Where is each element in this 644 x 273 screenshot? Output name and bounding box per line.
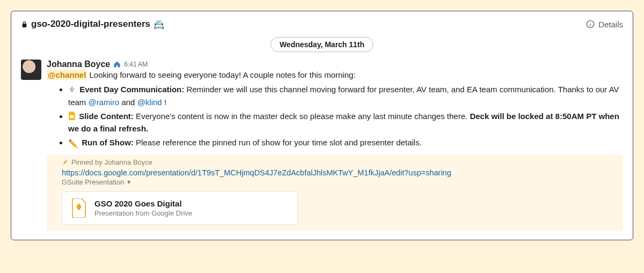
mention-klind[interactable]: @klind: [137, 98, 162, 107]
attachment-meta: GSO 2020 Goes Digital Presentation from …: [94, 199, 192, 217]
bullet1-mid: and: [121, 98, 137, 107]
drive-file-icon: [70, 197, 88, 219]
pinned-by-row: Pinned by Johanna Boyce: [62, 158, 618, 166]
message-first-line: @channel Looking forward to seeing every…: [47, 70, 623, 79]
bullet2-title: Slide Content:: [79, 112, 134, 121]
svg-rect-4: [72, 88, 75, 90]
bullet2-text-a: Everyone's content is now in the master …: [136, 112, 470, 121]
details-button[interactable]: Details: [586, 19, 623, 29]
channel-name: gso-2020-digital-presenters: [31, 19, 150, 29]
bullet3-title: Run of Show:: [82, 138, 134, 147]
google-slides-icon: [68, 112, 76, 123]
bullet3-text-a: Please reference the pinned run of show …: [136, 138, 422, 147]
bullet-event-day: Event Day Communication: Reminder we wil…: [68, 84, 623, 108]
date-divider-row: Wednesday, March 11th: [21, 37, 623, 52]
bullet-slide-content: Slide Content: Everyone's content is now…: [68, 110, 623, 135]
attachment-subtitle: Presentation from Google Drive: [94, 209, 192, 217]
message-body: Johanna Boyce 6:41 AM @channel Looking f…: [47, 60, 623, 231]
message-header: Johanna Boyce 6:41 AM: [47, 60, 623, 69]
attachment-source-label: GSuite Presentation: [62, 178, 124, 186]
slack-logo-icon: [68, 85, 76, 97]
attachment-card[interactable]: GSO 2020 Goes Digital Presentation from …: [62, 191, 298, 225]
channel-emoji-icon: 📇: [153, 19, 164, 29]
slack-message-pane: gso-2020-digital-presenters 📇 Details We…: [11, 11, 633, 240]
pinned-by-text: Pinned by Johanna Boyce: [71, 158, 152, 166]
status-house-icon: [113, 61, 121, 68]
date-divider[interactable]: Wednesday, March 11th: [270, 37, 374, 52]
bullet1-tail: !: [164, 98, 166, 107]
avatar[interactable]: [21, 60, 41, 80]
user-name[interactable]: Johanna Boyce: [47, 60, 110, 69]
bullet-run-of-show: ✏️ Run of Show: Please reference the pin…: [68, 137, 623, 150]
mention-ramiro[interactable]: @ramiro: [89, 98, 120, 107]
info-icon: [586, 19, 595, 29]
pinned-attachment: Pinned by Johanna Boyce https://docs.goo…: [47, 155, 623, 231]
bullet1-title: Event Day Communication:: [79, 85, 184, 94]
message: Johanna Boyce 6:41 AM @channel Looking f…: [21, 60, 623, 231]
channel-mention[interactable]: @channel: [47, 70, 87, 80]
svg-rect-7: [70, 115, 74, 117]
details-label: Details: [598, 20, 623, 29]
channel-name-block[interactable]: gso-2020-digital-presenters 📇: [21, 19, 164, 29]
pinned-url[interactable]: https://docs.google.com/presentation/d/1…: [62, 168, 618, 177]
pencil-icon: ✏️: [68, 138, 78, 150]
lock-icon: [21, 21, 28, 28]
svg-rect-5: [71, 87, 72, 89]
greeting-text: Looking forward to seeing everyone today…: [89, 70, 355, 79]
message-bullets: Event Day Communication: Reminder we wil…: [68, 84, 623, 150]
caret-down-icon: ▼: [126, 179, 131, 185]
attachment-title: GSO 2020 Goes Digital: [94, 199, 192, 208]
svg-point-2: [590, 22, 590, 23]
svg-rect-3: [70, 88, 72, 90]
channel-header: gso-2020-digital-presenters 📇 Details: [21, 19, 623, 34]
attachment-source[interactable]: GSuite Presentation ▼: [62, 178, 618, 186]
timestamp[interactable]: 6:41 AM: [124, 61, 148, 68]
pin-icon: [62, 159, 68, 165]
svg-rect-6: [71, 90, 72, 92]
